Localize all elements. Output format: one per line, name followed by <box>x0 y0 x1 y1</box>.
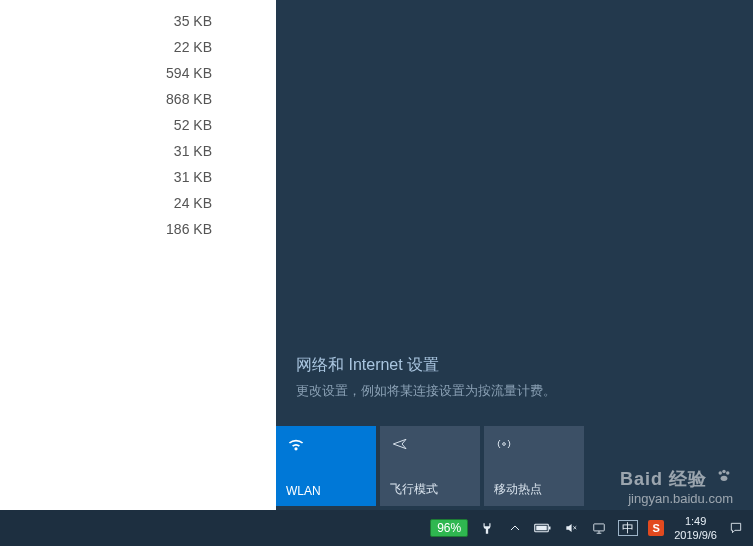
power-plug-icon[interactable] <box>478 521 496 535</box>
battery-indicator[interactable]: 96% <box>430 519 468 537</box>
taskbar-clock[interactable]: 1:49 2019/9/6 <box>674 514 717 542</box>
action-center-icon[interactable] <box>727 521 745 535</box>
tray-chevron-up-icon[interactable] <box>506 522 524 534</box>
file-size: 868 KB <box>0 86 276 112</box>
file-size: 186 KB <box>0 216 276 242</box>
explorer-size-column: 35 KB 22 KB 594 KB 868 KB 52 KB 31 KB 31… <box>0 0 276 546</box>
network-tray-icon[interactable] <box>590 521 608 535</box>
wlan-tile-label: WLAN <box>286 484 366 498</box>
network-settings-link[interactable]: 网络和 Internet 设置 <box>296 355 556 376</box>
file-size: 22 KB <box>0 34 276 60</box>
svg-rect-7 <box>594 524 605 531</box>
svg-rect-6 <box>536 526 547 531</box>
clock-date: 2019/9/6 <box>674 528 717 542</box>
wifi-icon <box>286 436 366 458</box>
file-size: 594 KB <box>0 60 276 86</box>
volume-mute-icon[interactable] <box>562 521 580 535</box>
mobile-hotspot-tile[interactable]: 移动热点 <box>484 426 584 506</box>
ime-indicator[interactable]: 中 <box>618 520 638 536</box>
quick-action-tiles: WLAN 飞行模式 移动热点 <box>276 426 588 510</box>
file-size: 24 KB <box>0 190 276 216</box>
airplane-tile-label: 飞行模式 <box>390 481 470 498</box>
file-size: 35 KB <box>0 8 276 34</box>
sogou-ime-icon[interactable]: S <box>648 520 664 536</box>
network-settings-subtitle: 更改设置，例如将某连接设置为按流量计费。 <box>296 382 556 400</box>
file-size: 31 KB <box>0 164 276 190</box>
wlan-tile[interactable]: WLAN <box>276 426 376 506</box>
hotspot-icon <box>494 436 574 458</box>
svg-rect-5 <box>549 527 551 530</box>
file-size: 31 KB <box>0 138 276 164</box>
clock-time: 1:49 <box>674 514 717 528</box>
airplane-mode-tile[interactable]: 飞行模式 <box>380 426 480 506</box>
battery-icon[interactable] <box>534 522 552 534</box>
network-flyout: 网络和 Internet 设置 更改设置，例如将某连接设置为按流量计费。 WLA… <box>276 0 753 510</box>
file-size: 52 KB <box>0 112 276 138</box>
airplane-icon <box>390 436 470 458</box>
hotspot-tile-label: 移动热点 <box>494 481 574 498</box>
taskbar: 96% 中 S 1:49 2019/9/6 <box>0 510 753 546</box>
